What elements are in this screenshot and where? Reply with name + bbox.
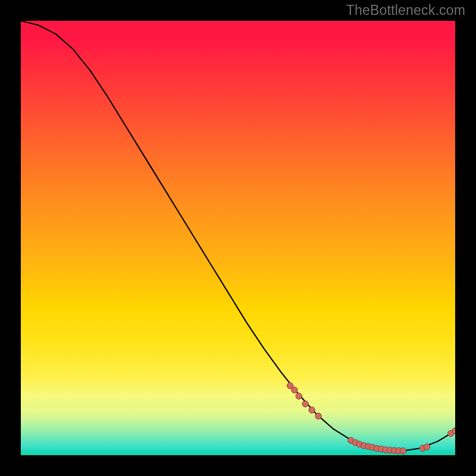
chart-plot-area bbox=[21, 21, 455, 455]
data-point bbox=[309, 407, 315, 413]
data-point bbox=[292, 387, 298, 393]
data-point-markers bbox=[287, 383, 455, 454]
watermark-text: TheBottleneck.com bbox=[346, 2, 465, 18]
data-point bbox=[302, 401, 308, 407]
bottleneck-curve bbox=[21, 21, 455, 451]
data-point bbox=[315, 413, 321, 419]
chart-svg bbox=[21, 21, 455, 455]
data-point bbox=[400, 448, 406, 454]
data-point bbox=[296, 393, 302, 399]
data-point bbox=[424, 444, 430, 450]
